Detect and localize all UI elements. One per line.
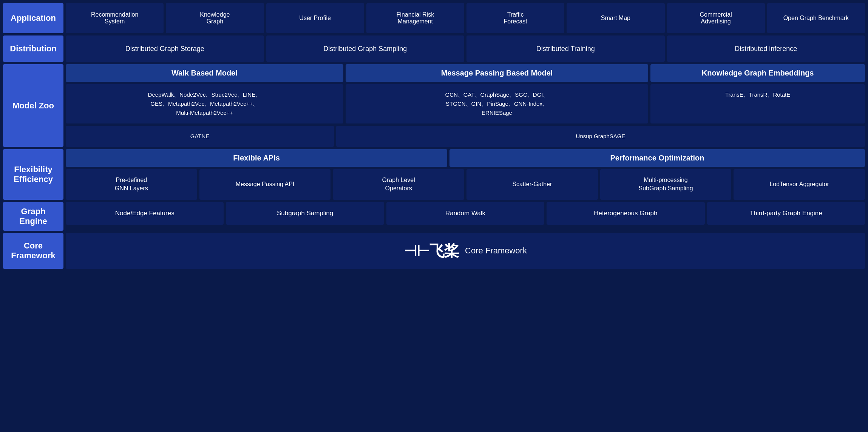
application-content: RecommendationSystem KnowledgeGraph User… (66, 3, 865, 33)
msg-passing-body: GCN、GAT、GraphSage、SGC、DGI、STGCN、GIN、PinS… (346, 84, 649, 123)
app-item-smart-map: Smart Map (567, 3, 664, 33)
node-edge-features: Node/Edge Features (66, 202, 224, 225)
graph-level-operators: Graph LevelOperators (333, 169, 464, 200)
application-items: RecommendationSystem KnowledgeGraph User… (66, 3, 865, 33)
random-walk: Random Walk (386, 202, 544, 225)
lodtensor-aggregator: LodTensor Aggregator (734, 169, 865, 200)
heterogeneous-graph: Heterogeneous Graph (547, 202, 704, 225)
dist-graph-storage: Distributed Graph Storage (66, 35, 264, 62)
app-item-recommendation: RecommendationSystem (66, 3, 164, 33)
third-party-graph-engine: Third-party Graph Engine (707, 202, 865, 225)
app-item-user-profile: User Profile (266, 3, 364, 33)
unsup-cell: Unsup GraphSAGE (336, 126, 865, 147)
perf-opt-header: Performance Optimization (449, 149, 865, 167)
model-zoo-bottom: GATNE Unsup GraphSAGE (66, 126, 865, 147)
kge-section: Knowledge Graph Embeddings TransE、TransR… (650, 64, 865, 123)
walk-based-header: Walk Based Model (66, 64, 343, 82)
distribution-items: Distributed Graph Storage Distributed Gr… (66, 35, 865, 62)
main-grid: Application RecommendationSystem Knowled… (3, 3, 865, 269)
application-label: Application (3, 3, 63, 33)
dist-graph-sampling: Distributed Graph Sampling (266, 35, 465, 62)
model-zoo-top: Walk Based Model DeepWalk、Node2Vec、Struc… (66, 64, 865, 123)
kge-body: TransE、TransR、RotatE (650, 84, 865, 123)
graph-engine-label: Graph Engine (3, 202, 63, 231)
msg-passing-section: Message Passing Based Model GCN、GAT、Grap… (346, 64, 649, 123)
multi-processing-subgraph: Multi-processingSubGraph Sampling (600, 169, 732, 200)
flex-eff-headers: Flexible APIs Performance Optimization (66, 149, 865, 167)
model-zoo-label: Model Zoo (3, 64, 63, 147)
dist-training: Distributed Training (466, 35, 665, 62)
flex-eff-content: Flexible APIs Performance Optimization P… (66, 149, 865, 200)
subgraph-sampling: Subgraph Sampling (226, 202, 384, 225)
core-framework-label: CoreFramework (3, 233, 63, 269)
app-item-knowledge: KnowledgeGraph (166, 3, 264, 33)
msg-passing-api: Message Passing API (199, 169, 331, 200)
paddle-logo: ⊣⊢飞桨 (404, 241, 459, 261)
scatter-gather: Scatter-Gather (466, 169, 598, 200)
flexible-apis-header: Flexible APIs (66, 149, 447, 167)
msg-passing-header: Message Passing Based Model (346, 64, 649, 82)
app-item-ogb: Open Graph Benchmark (767, 3, 865, 33)
distribution-label: Distribution (3, 35, 63, 62)
flex-eff-items: Pre-definedGNN Layers Message Passing AP… (66, 169, 865, 200)
core-framework-content: ⊣⊢飞桨 Core Framework (66, 233, 865, 269)
app-item-traffic: TrafficForecast (466, 3, 564, 33)
gatne-cell: GATNE (66, 126, 334, 147)
kge-header: Knowledge Graph Embeddings (650, 64, 865, 82)
walk-based-body: DeepWalk、Node2Vec、Struc2Vec、LINE、GES、Met… (66, 84, 343, 123)
flex-eff-label: FlexibilityEfficiency (3, 149, 63, 200)
core-framework-text: Core Framework (465, 246, 527, 256)
app-item-financial: Financial RiskManagement (366, 3, 464, 33)
distribution-content: Distributed Graph Storage Distributed Gr… (66, 35, 865, 62)
app-item-commercial: CommercialAdvertising (667, 3, 765, 33)
graph-engine-content: Node/Edge Features Subgraph Sampling Ran… (66, 202, 865, 231)
predefined-gnn-layers: Pre-definedGNN Layers (66, 169, 197, 200)
core-framework-cell: ⊣⊢飞桨 Core Framework (66, 233, 865, 269)
dist-inference: Distributed inference (667, 35, 865, 62)
engine-items: Node/Edge Features Subgraph Sampling Ran… (66, 202, 865, 225)
walk-based-section: Walk Based Model DeepWalk、Node2Vec、Struc… (66, 64, 343, 123)
model-zoo-content: Walk Based Model DeepWalk、Node2Vec、Struc… (66, 64, 865, 147)
